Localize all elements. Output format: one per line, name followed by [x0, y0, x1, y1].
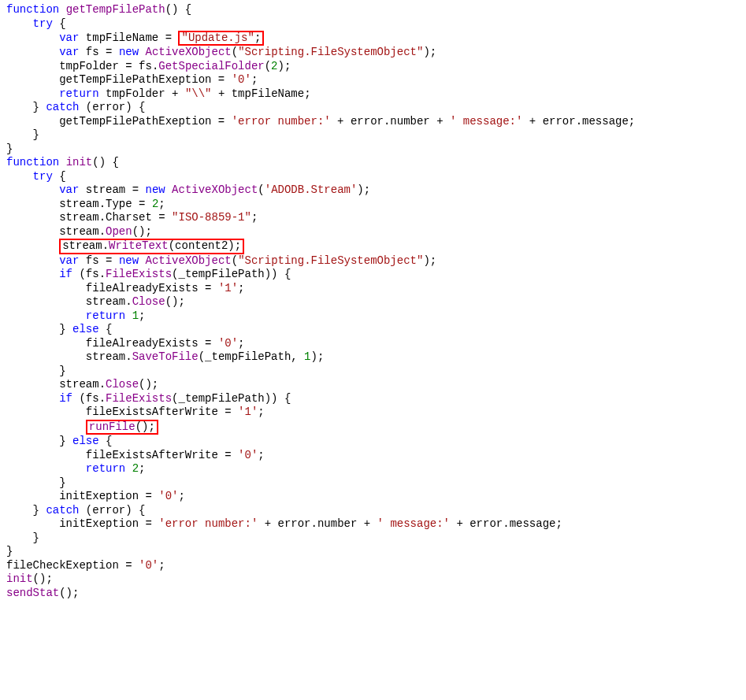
- fn-runFile: runFile: [89, 420, 135, 433]
- ident-stream: stream: [86, 295, 125, 308]
- str-zero: '0': [238, 449, 258, 461]
- str-message: ' message:': [450, 115, 522, 128]
- fn-ActiveXObject: ActiveXObject: [146, 46, 232, 58]
- prop-number: number: [390, 115, 429, 128]
- ident-fileExistsAfterWrite: fileExistsAfterWrite: [86, 449, 218, 461]
- num-1: 1: [304, 350, 310, 363]
- fn-GetSpecialFolder: GetSpecialFolder: [158, 60, 264, 72]
- str-one: '1': [238, 406, 258, 418]
- kw-function: function: [6, 156, 59, 169]
- ident-stream: stream: [86, 350, 125, 363]
- highlight-box-writetext: stream.WriteText(content2);: [59, 239, 244, 254]
- num-2: 2: [152, 198, 158, 210]
- str-update-js: "Update.js": [181, 31, 254, 44]
- highlight-box-update-js: "Update.js";: [178, 31, 264, 46]
- fn-FileExists: FileExists: [106, 392, 172, 405]
- ident-content2: content2: [175, 239, 228, 252]
- fn-sendStat-call: sendStat: [6, 587, 59, 599]
- kw-var: var: [59, 183, 79, 196]
- ident-fs: fs: [86, 46, 99, 58]
- str-zero: '0': [158, 490, 178, 502]
- fn-getTempFilePath: getTempFilePath: [66, 3, 165, 16]
- prop-Charset: Charset: [106, 211, 152, 224]
- ident-fs: fs: [86, 268, 99, 280]
- ident-stream: stream: [62, 239, 102, 252]
- prop-number: number: [317, 517, 357, 530]
- kw-try: try: [33, 170, 53, 183]
- prop-message: message: [582, 115, 629, 128]
- kw-catch: catch: [46, 504, 79, 517]
- kw-new: new: [119, 46, 139, 58]
- kw-new: new: [145, 183, 165, 196]
- str-message: ' message:': [377, 517, 450, 530]
- ident-stream: stream: [59, 198, 98, 210]
- kw-var: var: [59, 46, 79, 58]
- str-iso: "ISO-8859-1": [172, 211, 251, 224]
- prop-message: message: [510, 517, 556, 530]
- kw-new: new: [119, 254, 139, 267]
- str-backslash: "\\": [185, 87, 212, 100]
- kw-catch: catch: [46, 101, 79, 113]
- ident-getTempFilePathExeption: getTempFilePathExeption: [59, 115, 211, 128]
- fn-Open: Open: [106, 225, 132, 238]
- ident-tmpFolder: tmpFolder: [106, 87, 165, 100]
- str-fso: "Scripting.FileSystemObject": [238, 46, 423, 58]
- ident-initExeption: initExeption: [59, 517, 139, 530]
- ident-fs: fs: [139, 60, 152, 72]
- ident-tmpFileName: tmpFileName: [232, 87, 304, 100]
- kw-var: var: [59, 31, 79, 44]
- ident-tempFilePath: _tempFilePath: [178, 392, 264, 405]
- str-one: '1': [218, 282, 238, 294]
- str-error-number: 'error number:': [158, 517, 258, 530]
- fn-Close: Close: [132, 295, 165, 308]
- ident-tmpFileName: tmpFileName: [86, 31, 158, 44]
- ident-stream: stream: [59, 211, 98, 224]
- ident-tmpFolder: tmpFolder: [59, 60, 119, 72]
- fn-WriteText: WriteText: [109, 239, 169, 252]
- ident-error: error: [92, 101, 125, 113]
- fn-init-call: init: [6, 572, 33, 585]
- str-error-number: 'error number:': [232, 115, 331, 128]
- ident-tempFilePath: _tempFilePath: [205, 350, 291, 363]
- ident-fs: fs: [86, 254, 99, 267]
- kw-return: return: [86, 309, 125, 322]
- num-2: 2: [132, 462, 139, 475]
- ident-fileAlreadyExists: fileAlreadyExists: [86, 337, 199, 350]
- ident-error: error: [278, 517, 311, 530]
- fn-init: init: [66, 156, 93, 169]
- ident-stream: stream: [86, 183, 125, 196]
- ident-error: error: [469, 517, 503, 530]
- str-zero: '0': [139, 559, 158, 572]
- kw-var: var: [59, 254, 79, 267]
- prop-Type: Type: [106, 198, 132, 210]
- str-zero: '0': [218, 337, 238, 350]
- kw-function: function: [6, 3, 59, 16]
- ident-fileExistsAfterWrite: fileExistsAfterWrite: [86, 406, 218, 418]
- ident-getTempFilePathExeption: getTempFilePathExeption: [59, 73, 211, 86]
- kw-return: return: [86, 462, 125, 475]
- ident-initExeption: initExeption: [59, 490, 139, 502]
- ident-fs: fs: [86, 392, 99, 405]
- ident-tempFilePath: _tempFilePath: [178, 268, 264, 280]
- kw-try: try: [33, 17, 53, 30]
- fn-FileExists: FileExists: [106, 268, 172, 280]
- ident-stream: stream: [59, 378, 98, 391]
- kw-return: return: [59, 87, 98, 100]
- fn-ActiveXObject: ActiveXObject: [172, 183, 258, 196]
- str-zero: '0': [232, 73, 251, 86]
- ident-error: error: [351, 115, 384, 128]
- fn-Close: Close: [106, 378, 139, 391]
- highlight-box-runfile: runFile();: [86, 420, 158, 435]
- kw-else: else: [72, 435, 99, 447]
- str-adodb: 'ADODB.Stream': [265, 183, 358, 196]
- kw-if: if: [59, 268, 72, 280]
- code-block: function getTempFilePath() { try { var t…: [6, 3, 740, 600]
- ident-error: error: [543, 115, 576, 128]
- ident-fileAlreadyExists: fileAlreadyExists: [86, 282, 199, 294]
- ident-stream: stream: [59, 225, 98, 238]
- num-2: 2: [271, 60, 277, 72]
- fn-SaveToFile: SaveToFile: [132, 350, 199, 363]
- ident-error: error: [92, 504, 125, 517]
- num-1: 1: [132, 309, 139, 322]
- kw-if: if: [59, 392, 72, 405]
